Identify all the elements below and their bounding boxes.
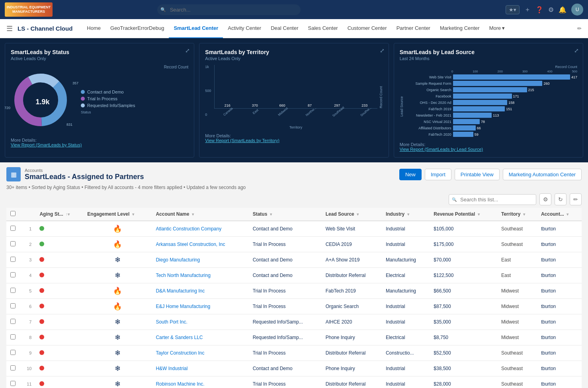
- account-name-cell[interactable]: Carter & Sanders LLC: [152, 330, 248, 345]
- list-search-input[interactable]: [449, 194, 536, 205]
- row-checkbox-cell[interactable]: [6, 237, 20, 252]
- list-settings-icon[interactable]: ⚙: [539, 193, 551, 205]
- select-all-checkbox[interactable]: [10, 211, 16, 216]
- row-checkbox[interactable]: [10, 272, 16, 277]
- col-status[interactable]: Status ▾: [249, 208, 322, 221]
- col-account-name[interactable]: Account Name ▾: [152, 208, 248, 221]
- y-tick-500: 500: [205, 89, 211, 93]
- row-checkbox[interactable]: [10, 226, 16, 231]
- nav-item-partner[interactable]: Partner Center: [392, 19, 435, 38]
- row-checkbox-cell[interactable]: [6, 330, 20, 345]
- list-edit-icon[interactable]: ✏: [570, 193, 582, 205]
- row-checkbox-cell[interactable]: [6, 345, 20, 361]
- row-checkbox[interactable]: [10, 365, 16, 370]
- import-button[interactable]: Import: [425, 169, 451, 180]
- row-checkbox-cell[interactable]: [6, 252, 20, 268]
- nav-item-deal[interactable]: Deal Center: [266, 19, 303, 38]
- nav-item-home[interactable]: Home: [82, 19, 105, 38]
- nav-item-marketing[interactable]: Marketing Center: [435, 19, 484, 38]
- row-checkbox[interactable]: [10, 303, 16, 308]
- chart-status-view-report[interactable]: View Report (SmartLeads by Status): [11, 142, 188, 147]
- account-name-cell[interactable]: Taylor Construction Inc: [152, 345, 248, 361]
- account-name-cell[interactable]: E&J Home Manufacturing: [152, 299, 248, 314]
- account-name-cell[interactable]: Diego Manufacturing: [152, 252, 248, 268]
- row-checkbox-cell[interactable]: [6, 221, 20, 237]
- status-cell: Contact and Demo: [249, 252, 322, 268]
- new-button[interactable]: New: [399, 169, 422, 180]
- row-checkbox[interactable]: [10, 319, 16, 324]
- row-checkbox-cell[interactable]: [6, 361, 20, 376]
- add-icon[interactable]: ＋: [524, 6, 531, 14]
- col-lead-source[interactable]: Lead Source ▾: [322, 208, 382, 221]
- nav-item-smartlead[interactable]: SmartLead Center: [169, 19, 223, 38]
- list-refresh-icon[interactable]: ↻: [555, 193, 567, 205]
- nav-hamburger-icon[interactable]: ☰: [6, 24, 13, 33]
- account-name-cell[interactable]: Robinson Machine Inc.: [152, 376, 248, 388]
- account-name-cell[interactable]: D&A Manufacturing Inc: [152, 283, 248, 299]
- chart-territory-view-report[interactable]: View Report (SmartLeads by Territory): [205, 138, 383, 143]
- global-search-input[interactable]: [157, 4, 301, 15]
- top-bar: INDUSTRIAL EQUIPMENT MANUFACTURERS ★▾ ＋ …: [0, 0, 588, 19]
- territory-cell: Midwest: [497, 314, 537, 330]
- row-checkbox[interactable]: [10, 381, 16, 386]
- status-cell: Trial In Process: [249, 299, 322, 314]
- account-name-cell[interactable]: Arkansas Steel Construction, Inc: [152, 237, 248, 252]
- row-checkbox-cell[interactable]: [6, 376, 20, 388]
- donut-chart: 1.9k 357 720 831: [11, 70, 74, 134]
- account-name-cell[interactable]: H&W Industrial: [152, 361, 248, 376]
- help-icon[interactable]: ❓: [535, 6, 543, 14]
- row-checkbox-cell[interactable]: [6, 299, 20, 314]
- account-name-cell[interactable]: Atlantic Construction Company: [152, 221, 248, 237]
- nav-app-name: LS - Channel Cloud: [18, 25, 72, 32]
- notifications-icon[interactable]: 🔔: [559, 6, 567, 14]
- col-revenue[interactable]: Revenue Potential ▾: [430, 208, 497, 221]
- nav-item-geotrackerrordebug[interactable]: GeoTrackerErrorDebug: [105, 19, 169, 38]
- row-checkbox[interactable]: [10, 288, 16, 293]
- col-engagement[interactable]: Engagement Level ▾: [83, 208, 152, 221]
- marketing-automation-button[interactable]: Marketing Automation Center: [503, 169, 582, 180]
- account-name-cell[interactable]: Tech North Manufacturing: [152, 268, 248, 283]
- nav-item-sales[interactable]: Sales Center: [303, 19, 343, 38]
- global-search-wrapper[interactable]: [157, 4, 301, 15]
- col-industry[interactable]: Industry ▾: [382, 208, 430, 221]
- chart-territory-expand-icon[interactable]: ⤢: [380, 47, 385, 54]
- row-checkbox-cell[interactable]: [6, 314, 20, 330]
- avatar[interactable]: U: [571, 4, 583, 16]
- aging-status-cell: [35, 283, 83, 299]
- chart-territory-more: More Details:: [205, 133, 383, 138]
- revenue-cell: $52,500: [430, 345, 497, 361]
- legend-item-1: Contact and Demo: [81, 90, 135, 94]
- favorites-button[interactable]: ★▾: [506, 5, 520, 14]
- list-search-wrapper[interactable]: [449, 194, 536, 205]
- col-aging-status[interactable]: Aging St... ↑▾: [35, 208, 83, 221]
- revenue-cell: $38,500: [430, 361, 497, 376]
- row-checkbox[interactable]: [10, 334, 16, 339]
- nav-item-customer[interactable]: Customer Center: [343, 19, 392, 38]
- chart-leadsource-view-report[interactable]: View Report (SmartLeads by Lead Source): [400, 147, 577, 152]
- nav-edit-icon[interactable]: ✏: [577, 25, 582, 31]
- printable-view-button[interactable]: Printable View: [455, 169, 500, 180]
- account-name-cell[interactable]: South Port Inc.: [152, 314, 248, 330]
- row-checkbox[interactable]: [10, 350, 16, 355]
- aging-status-cell: [35, 237, 83, 252]
- row-checkbox-cell[interactable]: [6, 268, 20, 283]
- col-account-owner[interactable]: Account... ▾: [537, 208, 582, 221]
- chart-status-expand-icon[interactable]: ⤢: [185, 47, 190, 54]
- row-checkbox[interactable]: [10, 257, 16, 262]
- hbar-organic-search: Organic Search 215: [405, 87, 577, 92]
- row-checkbox[interactable]: [10, 241, 16, 246]
- industry-cell: Industrial: [382, 314, 430, 330]
- chart-leadsource-expand-icon[interactable]: ⤢: [574, 47, 579, 54]
- row-number: 1: [20, 221, 35, 237]
- account-owner-cell: tburton: [537, 221, 582, 237]
- col-select-all[interactable]: [6, 208, 20, 221]
- engagement-level-cell: ❄: [83, 314, 152, 330]
- row-checkbox-cell[interactable]: [6, 283, 20, 299]
- col-territory[interactable]: Territory ▾: [497, 208, 537, 221]
- nav-item-more[interactable]: More ▾: [484, 19, 510, 38]
- donut-label-720: 720: [4, 106, 10, 110]
- engagement-level-cell: 🔥: [83, 221, 152, 237]
- settings-icon[interactable]: ⚙: [548, 6, 554, 14]
- nav-item-activity[interactable]: Activity Center: [223, 19, 266, 38]
- logo-text: INDUSTRIAL EQUIPMENT MANUFACTURERS: [5, 4, 53, 15]
